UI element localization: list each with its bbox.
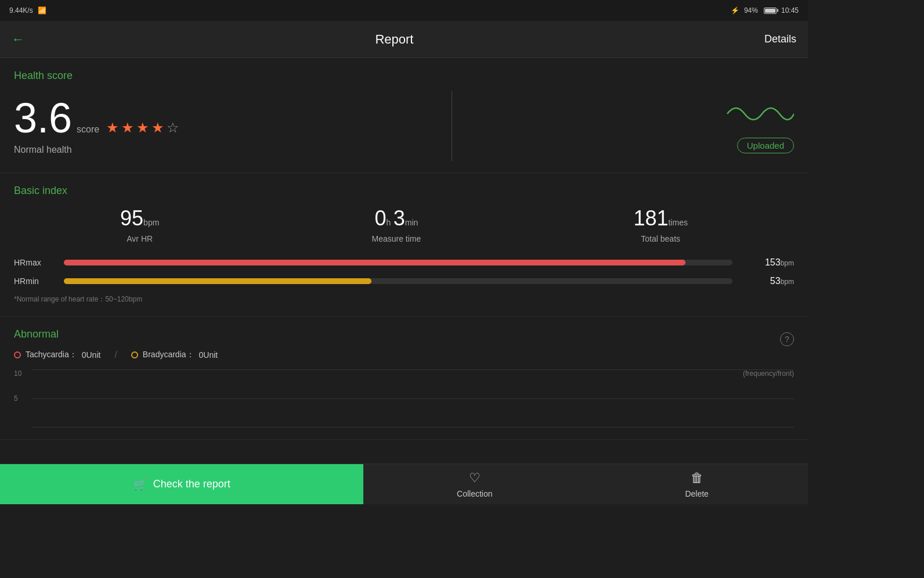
check-report-button[interactable]: 🛒 Check the report — [0, 464, 363, 504]
normal-range-note: *Normal range of heart rate：50~120bpm — [14, 295, 794, 304]
tachycardia-label: Tachycardia： — [26, 350, 77, 360]
trash-icon: 🗑 — [691, 471, 703, 486]
status-left: 9.44K/s 📶 — [9, 6, 46, 15]
battery-icon — [764, 8, 777, 14]
hrmax-row: HRmax 153bpm — [14, 257, 794, 268]
score-main: 3.6 score ★ ★ ★ ★ ☆ — [14, 97, 179, 139]
back-button[interactable]: ← — [12, 32, 24, 47]
score-right: Uploaded — [724, 99, 794, 153]
measure-time-desc: Measure time — [371, 234, 421, 243]
bottom-bar: 🛒 Check the report ♡ Collection 🗑 Delete — [0, 464, 808, 504]
avr-hr-stat: 95bpm Avr HR — [120, 206, 159, 243]
chart-y-5: 5 — [14, 394, 18, 403]
collection-label: Collection — [457, 489, 492, 498]
basic-index-title: Basic index — [14, 185, 794, 197]
avr-hr-desc: Avr HR — [120, 234, 159, 243]
bluetooth-icon: ⚡ — [731, 6, 739, 15]
time-display: 10:45 — [781, 6, 799, 15]
abnormal-header: Abnormal ? — [14, 328, 794, 350]
signal-icons: 📶 — [38, 6, 46, 15]
abnormal-title: Abnormal — [14, 328, 59, 340]
details-button[interactable]: Details — [764, 33, 796, 45]
hrmin-value: 53bpm — [742, 276, 794, 286]
hrmax-value: 153bpm — [742, 257, 794, 268]
hrmax-bar-container — [64, 260, 732, 265]
abnormal-section: Abnormal ? Tachycardia： 0Unit / Bradycar… — [0, 317, 808, 440]
health-score-title: Health score — [14, 70, 794, 82]
star-1: ★ — [106, 120, 119, 136]
hrmin-label: HRmin — [14, 277, 55, 286]
chart-y-10: 10 — [14, 369, 21, 378]
help-icon[interactable]: ? — [780, 332, 794, 346]
tachycardia-legend: Tachycardia： 0Unit — [14, 350, 100, 360]
wave-chart — [724, 99, 794, 128]
collection-button[interactable]: ♡ Collection — [363, 464, 586, 504]
total-beats-desc: Total beats — [633, 234, 688, 243]
delete-label: Delete — [685, 489, 708, 498]
abnormal-legend: Tachycardia： 0Unit / Bradycardia： 0Unit — [14, 350, 794, 360]
health-status: Normal health — [14, 145, 179, 155]
star-2: ★ — [121, 120, 134, 136]
status-bar: 9.44K/s 📶 ⚡ 94% 10:45 — [0, 0, 808, 21]
bradycardia-value: 0Unit — [199, 350, 218, 360]
avr-hr-value: 95bpm — [120, 206, 159, 231]
total-beats-stat: 181times Total beats — [633, 206, 688, 243]
health-score-content: 3.6 score ★ ★ ★ ★ ☆ Normal health — [14, 91, 794, 161]
measure-time-value: 0h 3min — [371, 206, 421, 231]
check-report-label: Check the report — [153, 478, 230, 490]
bradycardia-dot — [131, 351, 138, 358]
total-beats-value: 181times — [633, 206, 688, 231]
freq-label: (frequency/front) — [743, 369, 794, 378]
hrmin-row: HRmin 53bpm — [14, 276, 794, 286]
main-content: Health score 3.6 score ★ ★ ★ ★ ☆ Normal … — [0, 58, 808, 464]
vertical-divider — [452, 91, 452, 161]
star-5: ☆ — [167, 120, 179, 136]
hrmax-label: HRmax — [14, 258, 55, 267]
bradycardia-label: Bradycardia： — [143, 350, 194, 360]
tachycardia-dot — [14, 351, 21, 358]
basic-index-stats: 95bpm Avr HR 0h 3min Measure time 181tim… — [14, 206, 794, 243]
star-4: ★ — [151, 120, 164, 136]
network-speed: 9.44K/s — [9, 6, 33, 15]
hrmax-bar — [64, 260, 685, 265]
tachycardia-value: 0Unit — [82, 350, 101, 360]
header: ← Report Details — [0, 21, 808, 58]
hrmin-bar-container — [64, 278, 732, 284]
bradycardia-legend: Bradycardia： 0Unit — [131, 350, 218, 360]
hrmin-bar — [64, 278, 371, 284]
uploaded-badge: Uploaded — [737, 138, 794, 153]
health-score-section: Health score 3.6 score ★ ★ ★ ★ ☆ Normal … — [0, 58, 808, 173]
page-title: Report — [375, 32, 413, 47]
heart-icon: ♡ — [469, 471, 481, 486]
score-left: 3.6 score ★ ★ ★ ★ ☆ Normal health — [14, 97, 179, 155]
star-3: ★ — [136, 120, 149, 136]
status-right: ⚡ 94% 10:45 — [731, 6, 799, 15]
abnormal-chart: (frequency/front) 10 5 — [14, 369, 794, 428]
measure-time-stat: 0h 3min Measure time — [371, 206, 421, 243]
cart-icon: 🛒 — [133, 478, 146, 491]
score-label: score — [77, 124, 99, 135]
basic-index-section: Basic index 95bpm Avr HR 0h 3min Measure… — [0, 173, 808, 317]
star-rating: ★ ★ ★ ★ ☆ — [106, 120, 179, 136]
score-number: 3.6 — [14, 97, 72, 139]
battery-percent: 94% — [744, 6, 758, 15]
bottom-right: ♡ Collection 🗑 Delete — [363, 464, 808, 504]
delete-button[interactable]: 🗑 Delete — [586, 464, 808, 504]
